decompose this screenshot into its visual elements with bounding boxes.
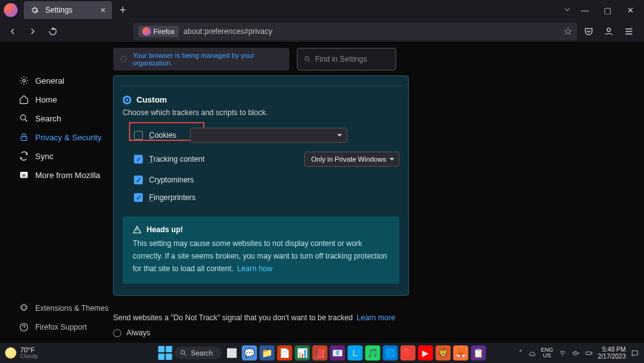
svg-text:m: m [22,173,26,177]
svg-rect-3 [21,137,26,140]
sidebar-label: Firefox Support [35,323,87,332]
taskbar-app-icon[interactable]: 📊 [294,345,309,360]
dnt-option-always[interactable]: Always [113,328,409,337]
sidebar-label: More from Mozilla [35,170,100,180]
option-tracking-content[interactable]: Tracking content Only in Private Windows [123,147,399,171]
managed-notice[interactable]: Your browser is being managed by your or… [113,48,289,70]
volume-icon[interactable] [572,349,580,357]
taskbar-app-icon[interactable]: 💬 [242,345,257,360]
taskbar-app-icon[interactable]: L [347,345,362,360]
option-label: Tracking content [149,155,204,164]
new-tab-button[interactable]: + [119,4,126,17]
option-cryptominers[interactable]: Cryptominers [123,171,399,189]
taskbar-app-icon[interactable]: 🎵 [365,345,380,360]
warning-icon [133,225,142,234]
do-not-track-section: Send websites a "Do Not Track" signal th… [113,313,409,343]
taskbar-app-icon[interactable]: 📧 [330,345,345,360]
sidebar-extensions[interactable]: Extensions & Themes [0,299,113,318]
managed-text: Your browser is being managed by your or… [133,52,283,67]
system-tray: ˄ ENGUS 5:48 PM2/17/2023 [519,346,639,360]
taskbar-app-icon[interactable]: 🦁 [435,345,450,360]
checkbox-unchecked[interactable] [134,131,143,140]
nav-toolbar: Firefox about:preferences#privacy ☆ [0,20,644,43]
taskbar-app-icon[interactable]: 🦊 [453,345,468,360]
account-icon[interactable] [600,23,618,40]
notifications-icon[interactable] [631,349,639,357]
panel-truncated-top [120,80,402,86]
clock-date: 2/17/2023 [598,353,626,360]
learn-how-link[interactable]: Learn how [237,264,272,273]
sidebar-item-general[interactable]: General [0,71,113,90]
app-menu-icon[interactable] [620,23,638,40]
taskbar-search[interactable]: Search [175,347,222,359]
sidebar-support[interactable]: Firefox Support [0,318,113,337]
taskbar-weather[interactable]: 70°FCloudy [5,347,38,359]
taskbar-app-icon[interactable]: 📋 [470,345,486,360]
headsup-text: This setting may cause some websites to … [133,238,389,275]
taskbar-app-icon[interactable]: 📄 [277,345,292,360]
svg-rect-10 [586,352,591,354]
onedrive-icon[interactable] [528,349,536,357]
reload-button[interactable] [44,23,62,40]
sidebar-item-mozilla[interactable]: mMore from Mozilla [0,165,113,184]
info-icon [119,55,128,64]
sidebar-item-privacy[interactable]: Privacy & Security [0,128,113,147]
forward-button[interactable] [24,23,42,40]
radio-icon [113,329,121,337]
svg-point-0 [607,28,610,31]
tray-locale: US [543,353,551,359]
sidebar-label: Privacy & Security [35,133,101,142]
taskbar-search-label: Search [191,349,213,357]
taskbar-app-icon[interactable]: ▶ [418,345,433,360]
cookies-dropdown[interactable] [190,128,347,143]
find-in-settings[interactable]: Find in Settings [297,48,396,70]
url-text: about:preferences#privacy [184,27,558,36]
back-button[interactable] [4,23,21,40]
weather-cond: Cloudy [20,354,38,359]
dnt-learn-more-link[interactable]: Learn more [357,313,395,322]
save-pocket-icon[interactable] [580,23,597,40]
taskbar-app-icon[interactable]: 📕 [312,345,327,360]
url-bar[interactable]: Firefox about:preferences#privacy ☆ [133,23,577,40]
sidebar-item-sync[interactable]: Sync [0,147,113,165]
tray-clock[interactable]: 5:48 PM2/17/2023 [598,346,626,360]
sidebar-label: General [35,76,64,86]
sidebar-item-search[interactable]: Search [0,109,113,128]
bookmark-star-icon[interactable]: ☆ [564,25,572,37]
tabs-dropdown-icon[interactable] [564,4,571,16]
checkbox-checked[interactable] [134,155,143,164]
headsup-title: Heads up! [147,225,183,234]
battery-icon[interactable] [585,349,593,357]
tray-chevron-icon[interactable]: ˄ [519,349,523,357]
task-view-icon[interactable]: ⬜ [224,345,239,360]
svg-point-9 [181,350,185,354]
checkbox-checked[interactable] [134,193,143,202]
browser-tab[interactable]: Settings × [24,1,112,19]
custom-description: Choose which trackers and scripts to blo… [123,108,399,117]
option-label: Cookies [149,131,176,140]
search-placeholder: Find in Settings [315,55,367,64]
tab-title: Settings [45,6,94,14]
custom-radio-row[interactable]: Custom [123,95,399,104]
sidebar-item-home[interactable]: Home [0,90,113,109]
close-window-button[interactable]: ✕ [621,6,639,15]
identity-label: Firefox [153,28,175,35]
clock-time: 5:48 PM [602,346,626,353]
identity-box[interactable]: Firefox [138,26,179,37]
tracking-mode-dropdown[interactable]: Only in Private Windows [304,152,399,167]
minimize-button[interactable]: ― [576,6,594,15]
option-fingerprinters[interactable]: Fingerprinters [123,189,399,206]
window-titlebar: Settings × + ― ▢ ✕ [0,0,644,20]
taskbar-app-icon[interactable]: 📁 [259,345,274,360]
option-cookies[interactable]: Cookies [123,123,399,147]
svg-point-8 [305,57,309,60]
close-icon[interactable]: × [101,5,106,15]
taskbar-app-icon[interactable]: 🌐 [382,345,397,360]
wifi-icon[interactable] [558,349,567,357]
maximize-button[interactable]: ▢ [599,6,616,15]
firefox-icon [142,27,151,36]
radio-selected-icon [123,96,131,104]
checkbox-checked[interactable] [134,176,143,184]
start-button[interactable] [158,346,172,360]
taskbar-app-icon[interactable]: 🔴 [400,345,415,360]
